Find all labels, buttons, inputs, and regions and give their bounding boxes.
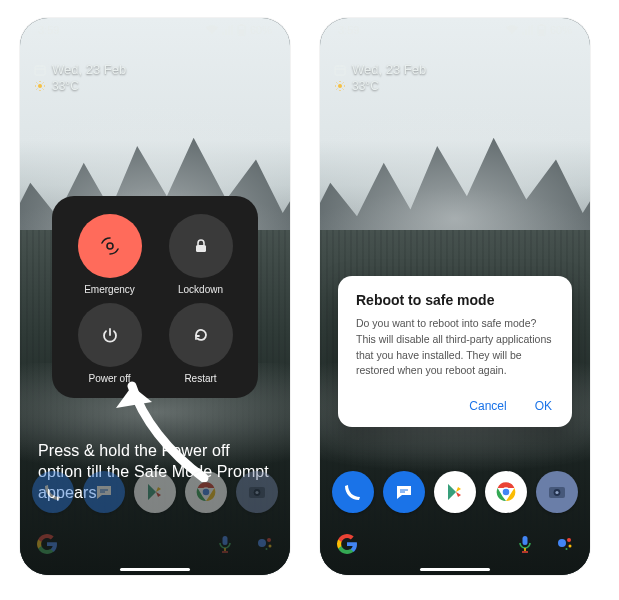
wifi-icon <box>206 25 218 35</box>
mic-icon[interactable] <box>216 535 234 553</box>
svg-point-30 <box>558 539 566 547</box>
svg-point-15 <box>267 538 271 542</box>
svg-point-22 <box>338 84 342 88</box>
svg-rect-19 <box>540 24 543 26</box>
svg-point-12 <box>255 491 258 494</box>
date-label: Wed, 23 Feb <box>352 62 426 77</box>
status-bar: 3:59 60% <box>20 24 290 36</box>
safe-mode-dialog: Reboot to safe mode Do you want to reboo… <box>338 276 572 427</box>
chrome-app-icon[interactable] <box>485 471 527 513</box>
google-g-icon <box>336 533 358 555</box>
ok-button[interactable]: OK <box>533 395 554 417</box>
svg-point-5 <box>107 243 113 249</box>
messages-app-icon[interactable] <box>83 471 125 513</box>
date-widget: Wed, 23 Feb 33°C <box>34 62 276 93</box>
dialog-title: Reboot to safe mode <box>356 292 554 308</box>
assistant-icon[interactable] <box>556 535 574 553</box>
temp-label: 33°C <box>352 79 379 93</box>
svg-rect-20 <box>539 30 544 35</box>
phone-screen-safe-mode-dialog: 3:59 60% Wed, 23 Feb 33°C Reboot to safe… <box>320 18 590 575</box>
nav-handle[interactable] <box>120 568 190 571</box>
svg-point-4 <box>38 84 42 88</box>
assistant-icon[interactable] <box>256 535 274 553</box>
temp-label: 33°C <box>52 79 79 93</box>
wifi-icon <box>506 25 518 35</box>
power-menu: Emergency Lockdown Power off Restart <box>52 196 258 398</box>
lock-icon <box>192 237 210 255</box>
restart-button[interactable]: Restart <box>159 303 242 384</box>
date-label: Wed, 23 Feb <box>52 62 126 77</box>
camera-app-icon[interactable] <box>536 471 578 513</box>
battery-icon <box>537 24 546 36</box>
camera-app-icon[interactable] <box>236 471 278 513</box>
status-bar: 3:59 60% <box>320 24 590 36</box>
cancel-button[interactable]: Cancel <box>467 395 508 417</box>
emergency-label: Emergency <box>84 284 135 295</box>
dialog-body: Do you want to reboot into safe mode? Th… <box>356 316 554 379</box>
weather-icon <box>334 80 346 92</box>
search-bar[interactable] <box>36 529 274 559</box>
calendar-icon <box>334 64 346 76</box>
chrome-app-icon[interactable] <box>185 471 227 513</box>
status-time: 3:59 <box>38 24 59 36</box>
date-widget: Wed, 23 Feb 33°C <box>334 62 576 93</box>
battery-pct: 60% <box>250 24 272 36</box>
svg-rect-3 <box>35 66 45 75</box>
power-off-button[interactable]: Power off <box>68 303 151 384</box>
svg-rect-21 <box>335 66 345 75</box>
restart-icon <box>192 326 210 344</box>
status-time: 3:59 <box>338 24 359 36</box>
svg-point-28 <box>555 491 558 494</box>
weather-icon <box>34 80 46 92</box>
power-icon <box>101 326 119 344</box>
svg-rect-2 <box>239 30 244 35</box>
search-bar[interactable] <box>336 529 574 559</box>
messages-app-icon[interactable] <box>383 471 425 513</box>
phone-app-icon[interactable] <box>332 471 374 513</box>
svg-point-31 <box>567 538 571 542</box>
emergency-button[interactable]: Emergency <box>68 214 151 295</box>
nav-handle[interactable] <box>420 568 490 571</box>
svg-rect-1 <box>240 24 243 26</box>
phone-app-icon[interactable] <box>32 471 74 513</box>
lockdown-label: Lockdown <box>178 284 223 295</box>
signal-icon <box>522 25 533 35</box>
play-store-app-icon[interactable] <box>434 471 476 513</box>
svg-rect-29 <box>523 536 528 545</box>
signal-icon <box>222 25 233 35</box>
battery-icon <box>237 24 246 36</box>
play-store-app-icon[interactable] <box>134 471 176 513</box>
svg-point-17 <box>266 548 268 550</box>
app-dock <box>32 465 278 519</box>
google-g-icon <box>36 533 58 555</box>
emergency-icon <box>99 235 121 257</box>
svg-rect-6 <box>196 245 206 252</box>
power-off-label: Power off <box>88 373 130 384</box>
lockdown-button[interactable]: Lockdown <box>159 214 242 295</box>
calendar-icon <box>34 64 46 76</box>
svg-point-14 <box>258 539 266 547</box>
svg-point-33 <box>566 548 568 550</box>
mic-icon[interactable] <box>516 535 534 553</box>
battery-pct: 60% <box>550 24 572 36</box>
svg-point-16 <box>269 545 272 548</box>
svg-point-32 <box>569 545 572 548</box>
svg-rect-13 <box>223 536 228 545</box>
restart-label: Restart <box>184 373 216 384</box>
phone-screen-power-menu: 3:59 60% Wed, 23 Feb 33°C Emergency <box>20 18 290 575</box>
app-dock <box>332 465 578 519</box>
